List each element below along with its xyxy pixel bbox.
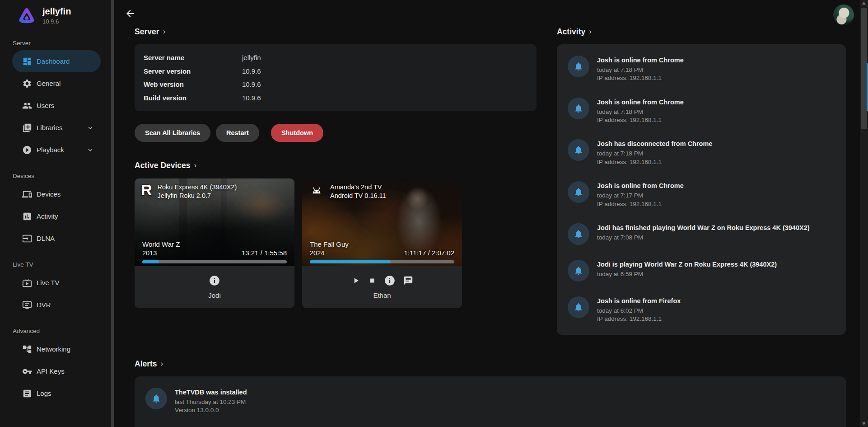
section-chevron: › (589, 26, 592, 37)
android-icon (308, 182, 325, 201)
sidebar-section-advanced: Advanced (13, 328, 111, 334)
sidebar-item-label: Logs (37, 389, 51, 397)
activity-section-heading[interactable]: Activity › (557, 26, 846, 37)
bar-chart-icon (22, 211, 32, 221)
alerts-card: TheTVDB was installed last Thursday at 1… (135, 376, 846, 427)
bell-icon (568, 223, 589, 245)
sidebar-item-dvr[interactable]: DVR (12, 294, 101, 316)
server-info-card: Server name jellyfin Server version 10.9… (135, 44, 537, 111)
server-name-label: Server name (144, 54, 242, 61)
alert-time: last Thursday at 10:23 PM (175, 398, 247, 406)
playback-progress-bar (310, 260, 454, 263)
sidebar-item-label: Dashboard (37, 57, 70, 65)
server-version-label: Server version (144, 67, 242, 75)
activity-time: today at 7:08 PM (597, 234, 810, 242)
app-name: jellyfin (42, 6, 71, 17)
sidebar-item-label: DLNA (37, 235, 55, 242)
playback-progress-bar (142, 260, 287, 263)
activity-entry: Josh has disconnected from Chrome today … (568, 139, 835, 166)
sidebar-item-logs[interactable]: Logs (12, 382, 101, 404)
sidebar-item-networking[interactable]: Networking (12, 338, 101, 360)
sidebar-item-label: Playback (37, 146, 64, 154)
activity-entry: Josh is online from Chrome today at 7:18… (568, 98, 835, 125)
bell-icon (568, 181, 589, 203)
chevron-down-icon (86, 124, 94, 132)
chevron-down-icon (86, 146, 94, 154)
sidebar-item-label: General (37, 80, 61, 87)
active-devices-heading[interactable]: Active Devices › (135, 160, 537, 171)
alert-entry: TheTVDB was installed last Thursday at 1… (145, 388, 835, 415)
sidebar-item-label: Networking (37, 345, 70, 353)
session-user: Ethan (373, 291, 391, 299)
sidebar-item-activity[interactable]: Activity (12, 205, 101, 227)
devices-icon (22, 189, 32, 199)
sidebar-item-libraries[interactable]: Libraries (12, 117, 101, 139)
sidebar-item-devices[interactable]: Devices (12, 183, 101, 205)
sidebar-item-dlna[interactable]: DLNA (12, 227, 101, 249)
info-icon[interactable] (209, 275, 220, 286)
bell-icon (568, 56, 589, 77)
client-name: Android TV 0.16.11 (330, 192, 386, 200)
activity-title: Josh is online from Firefox (597, 297, 681, 305)
play-icon[interactable] (351, 276, 360, 285)
build-version-value: 10.9.6 (242, 94, 261, 102)
sidebar-item-playback[interactable]: Playback (12, 139, 101, 161)
activity-detail: IP address: 192.168.1.1 (597, 158, 712, 166)
sidebar-item-label: Users (37, 102, 54, 109)
sidebar-item-label: Libraries (37, 124, 63, 131)
sidebar-item-label: Live TV (37, 279, 60, 286)
playback-progress-fill (142, 260, 159, 263)
activity-title: Jodi is playing World War Z on Roku Expr… (597, 261, 777, 268)
section-chevron: › (194, 160, 197, 171)
alert-detail: Version 13.0.0.0 (175, 406, 247, 414)
build-version-label: Build version (144, 94, 242, 102)
active-devices-label: Active Devices (135, 160, 191, 171)
library-add-icon (22, 123, 32, 133)
activity-entry: Josh is online from Chrome today at 7:18… (568, 56, 835, 83)
activity-detail: IP address: 192.168.1.1 (597, 116, 684, 124)
info-icon[interactable] (384, 275, 396, 286)
sidebar: jellyfin 10.9.6 Server Dashboard General… (0, 0, 111, 427)
sidebar-section-devices: Devices (13, 173, 111, 179)
key-icon (22, 366, 32, 376)
bell-icon (568, 98, 589, 119)
media-title: The Fall Guy (310, 240, 349, 248)
sidebar-item-users[interactable]: Users (12, 94, 101, 117)
scrollbar-up-icon[interactable] (862, 2, 866, 5)
scan-all-libraries-button[interactable]: Scan All Libraries (135, 124, 210, 142)
sidebar-item-dashboard[interactable]: Dashboard (12, 50, 101, 72)
section-chevron: › (163, 26, 166, 37)
sidebar-item-api-keys[interactable]: API Keys (12, 360, 101, 382)
stop-icon[interactable] (368, 277, 376, 285)
alerts-section-heading[interactable]: Alerts › (135, 358, 860, 369)
server-section-heading[interactable]: Server › (135, 26, 537, 37)
scrollbar-down-icon[interactable] (862, 422, 866, 425)
sidebar-item-label: DVR (37, 301, 51, 309)
jellyfin-dashboard: jellyfin 10.9.6 Server Dashboard General… (0, 0, 868, 427)
bell-icon (145, 388, 167, 409)
sidebar-item-live-tv[interactable]: Live TV (12, 272, 101, 294)
activity-detail: IP address: 192.168.1.1 (597, 200, 684, 208)
app-version: 10.9.6 (42, 18, 71, 25)
playback-progress-fill (310, 260, 391, 263)
now-playing-backdrop: Amanda's 2nd TV Android TV 0.16.11 The F… (302, 178, 462, 266)
sidebar-section-livetv: Live TV (13, 261, 111, 268)
media-title: World War Z (142, 240, 180, 248)
server-info-row: Build version 10.9.6 (144, 91, 527, 105)
restart-button[interactable]: Restart (216, 124, 259, 142)
dvr-icon (22, 300, 32, 310)
alerts-heading-label: Alerts (135, 358, 157, 369)
message-icon[interactable] (403, 276, 413, 286)
device-name: Amanda's 2nd TV (330, 183, 386, 192)
app-logo-block: jellyfin 10.9.6 (0, 6, 111, 28)
server-info-row: Server version 10.9.6 (144, 65, 527, 78)
server-heading-label: Server (135, 26, 159, 37)
activity-time: today at 6:59 PM (597, 270, 777, 278)
activity-time: today at 7:17 PM (597, 192, 684, 200)
sidebar-item-general[interactable]: General (12, 72, 101, 94)
sidebar-scrollbar[interactable] (111, 0, 114, 427)
shutdown-button[interactable]: Shutdown (271, 124, 323, 142)
web-version-label: Web version (144, 80, 242, 88)
activity-time: today at 6:02 PM (597, 307, 681, 315)
activity-heading-label: Activity (557, 26, 585, 37)
